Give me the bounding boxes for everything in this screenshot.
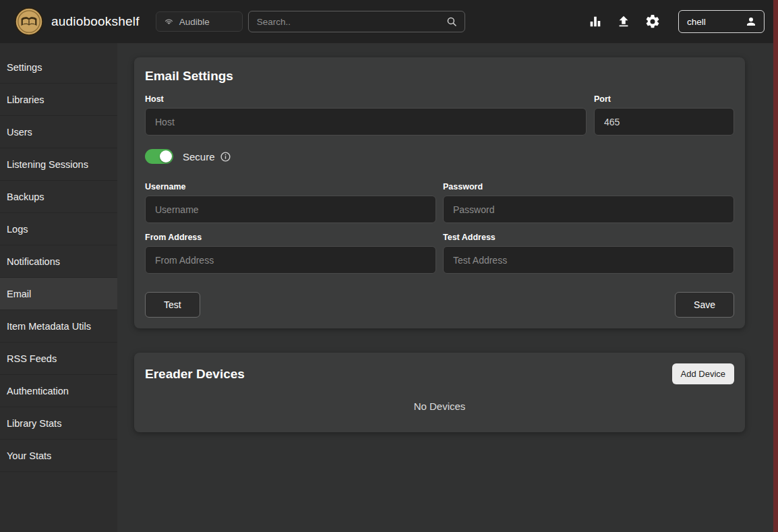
sidebar-item-authentication[interactable]: Authentication	[0, 375, 117, 407]
sidebar-item-users[interactable]: Users	[0, 116, 117, 148]
host-port-row: Host Port	[145, 94, 734, 136]
sidebar-item-label: Email	[7, 289, 31, 299]
sidebar-item-your-stats[interactable]: Your Stats	[0, 440, 117, 472]
sidebar: Settings Libraries Users Listening Sessi…	[0, 43, 117, 532]
ereader-devices-title: Ereader Devices	[145, 367, 245, 382]
sidebar-item-backups[interactable]: Backups	[0, 181, 117, 213]
appbar-icons	[588, 13, 661, 30]
sidebar-item-label: Libraries	[7, 94, 44, 105]
email-settings-title: Email Settings	[145, 69, 734, 84]
secure-label: Secure	[183, 151, 215, 162]
library-audible-icon	[164, 17, 174, 27]
sidebar-item-notifications[interactable]: Notifications	[0, 245, 117, 278]
sidebar-item-library-stats[interactable]: Library Stats	[0, 407, 117, 440]
sidebar-item-settings[interactable]: Settings	[0, 51, 117, 84]
user-menu[interactable]: chell	[678, 10, 765, 33]
secure-toggle-row: Secure	[145, 149, 734, 164]
sidebar-item-label: Settings	[7, 62, 42, 73]
password-label: Password	[443, 182, 734, 191]
page-layout: Settings Libraries Users Listening Sessi…	[0, 43, 778, 532]
test-address-input[interactable]	[443, 246, 734, 274]
sidebar-item-label: Notifications	[7, 256, 60, 267]
scrollbar[interactable]	[773, 0, 778, 532]
app-title: audiobookshelf	[51, 14, 140, 29]
sidebar-item-label: Users	[7, 127, 32, 138]
library-selector-label: Audible	[179, 17, 210, 27]
test-address-field: Test Address	[443, 233, 734, 274]
sidebar-item-label: RSS Feeds	[7, 353, 57, 364]
sidebar-item-label: Logs	[7, 224, 28, 235]
upload-icon[interactable]	[616, 14, 631, 29]
email-buttons-row: Test Save	[145, 292, 734, 318]
test-address-label: Test Address	[443, 233, 734, 242]
host-label: Host	[145, 94, 587, 104]
sidebar-item-rss-feeds[interactable]: RSS Feeds	[0, 343, 117, 375]
username-label: Username	[145, 182, 436, 191]
no-devices-text: No Devices	[145, 401, 734, 412]
stats-bar-chart-icon[interactable]	[588, 14, 603, 29]
main-content: Email Settings Host Port Secure	[117, 43, 778, 532]
user-name: chell	[687, 17, 706, 27]
sidebar-item-libraries[interactable]: Libraries	[0, 84, 117, 116]
save-button[interactable]: Save	[675, 292, 734, 318]
sidebar-item-item-metadata-utils[interactable]: Item Metadata Utils	[0, 310, 117, 343]
sidebar-item-listening-sessions[interactable]: Listening Sessions	[0, 148, 117, 181]
sidebar-item-label: Your Stats	[7, 450, 51, 461]
library-selector[interactable]: Audible	[156, 11, 243, 32]
username-field: Username	[145, 182, 436, 223]
from-address-label: From Address	[145, 233, 436, 242]
addresses-row: From Address Test Address	[145, 233, 734, 274]
email-settings-card: Email Settings Host Port Secure	[134, 57, 745, 328]
search-box[interactable]	[248, 11, 465, 32]
add-device-button[interactable]: Add Device	[672, 363, 734, 384]
from-address-input[interactable]	[145, 246, 436, 274]
sidebar-item-label: Backups	[7, 191, 44, 202]
port-label: Port	[594, 94, 734, 104]
info-icon[interactable]	[220, 151, 231, 162]
sidebar-item-label: Authentication	[7, 386, 69, 396]
app-logo-icon[interactable]	[15, 7, 43, 36]
host-field: Host	[145, 94, 587, 136]
gear-icon[interactable]	[645, 13, 661, 30]
sidebar-item-email[interactable]: Email	[0, 278, 117, 310]
port-field: Port	[594, 94, 734, 136]
port-input[interactable]	[594, 108, 734, 136]
secure-toggle[interactable]	[145, 149, 173, 164]
test-button[interactable]: Test	[145, 292, 200, 318]
search-icon[interactable]	[446, 16, 458, 28]
host-input[interactable]	[145, 108, 587, 136]
username-password-row: Username Password	[145, 182, 734, 223]
password-input[interactable]	[443, 196, 734, 223]
secure-toggle-knob	[160, 150, 172, 162]
ereader-devices-card: Ereader Devices Add Device No Devices	[134, 353, 745, 432]
sidebar-item-logs[interactable]: Logs	[0, 213, 117, 245]
appbar: audiobookshelf Audible	[0, 0, 778, 43]
person-icon	[745, 16, 757, 28]
sidebar-item-label: Item Metadata Utils	[7, 321, 91, 332]
password-field: Password	[443, 182, 734, 223]
ereader-devices-header: Ereader Devices Add Device	[145, 363, 734, 384]
sidebar-item-label: Listening Sessions	[7, 159, 88, 170]
search-input[interactable]	[257, 17, 446, 27]
sidebar-item-label: Library Stats	[7, 418, 61, 429]
username-input[interactable]	[145, 196, 436, 223]
from-address-field: From Address	[145, 233, 436, 274]
